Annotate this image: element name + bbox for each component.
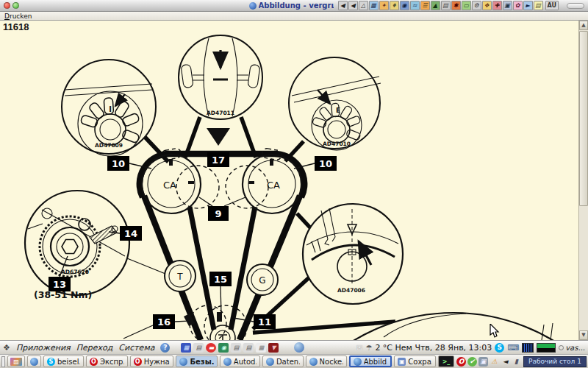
car-app-icon[interactable]: ►	[523, 1, 533, 10]
browser-icon	[30, 358, 38, 366]
mail-notification-icon[interactable]: ✉	[356, 344, 362, 352]
firefox-icon	[354, 358, 362, 366]
menu-drucken[interactable]: Drucken	[4, 13, 32, 20]
minimize-button[interactable]	[12, 2, 19, 9]
tensioner-label: T	[176, 272, 183, 282]
tree-app-icon[interactable]: ▲	[431, 1, 440, 10]
update-ready-icon[interactable]: ✔	[467, 357, 477, 367]
gnome-menu-icon[interactable]: ❖	[3, 343, 10, 353]
window-app-icon[interactable]: ▦	[369, 1, 379, 10]
task-beisel[interactable]: Sbeisel...	[43, 355, 84, 367]
skype-tray-icon[interactable]: S	[495, 343, 504, 353]
au-button[interactable]: AU	[545, 1, 559, 10]
panel-launchers: ▦▤▬◉▤▤▦▼	[181, 343, 279, 353]
menu-system[interactable]: Система	[116, 343, 157, 353]
svg-text:16: 16	[157, 316, 171, 328]
printer-launcher-icon[interactable]: ▤	[193, 343, 204, 353]
inset-id: AD47009	[95, 142, 123, 149]
water-app-icon[interactable]: ≈	[410, 1, 420, 10]
svg-text:11: 11	[258, 316, 271, 328]
flower-app-icon[interactable]: ✿	[513, 1, 523, 10]
task-bezy[interactable]: Безы...	[176, 355, 217, 367]
task-nocke[interactable]: Nocke...	[306, 355, 347, 367]
window-icon: ▣	[398, 358, 406, 366]
inset-tensioner: AD67620	[25, 191, 165, 295]
nav-first-icon[interactable]: ◀	[338, 1, 348, 10]
document-app-icon[interactable]: ▤	[441, 1, 451, 10]
inset-cam-left: I AD47009	[62, 60, 156, 156]
help-icon[interactable]: ?	[160, 343, 170, 353]
warning-icon[interactable]: △	[359, 1, 368, 10]
warning-tray-icon[interactable]: ⚠	[490, 357, 499, 367]
scroll-down-button[interactable]: ▼	[579, 330, 588, 340]
workspace-switcher[interactable]: Рабочий стол 1	[523, 356, 587, 367]
terminal-button[interactable]: >_	[438, 355, 454, 367]
svg-text:9: 9	[215, 208, 221, 219]
menu-applications[interactable]: Приложения	[14, 343, 73, 353]
printer2-launcher-icon[interactable]: ▤	[231, 343, 241, 353]
task-autod[interactable]: Autod...	[220, 355, 260, 367]
window-shade-button[interactable]	[567, 3, 584, 9]
gnome-panel: ❖ ПриложенияПереходСистема ? ▦▤▬◉▤▤▦▼ ✉ …	[0, 340, 588, 354]
inset-crank-mark: AD47006	[303, 204, 403, 304]
no-entry-icon[interactable]: ▬	[206, 343, 216, 353]
task-nuzhna[interactable]: OНужна...	[130, 355, 174, 367]
task-expr[interactable]: OЭкспр...	[86, 355, 128, 367]
fox-app-icon[interactable]: ❖	[482, 1, 492, 10]
vertical-scrollbar[interactable]: ▲ ▼	[578, 21, 588, 340]
show-desktop-button[interactable]	[1, 356, 5, 367]
opera-icon: O	[134, 358, 142, 366]
list-app-icon[interactable]: ☰	[420, 1, 430, 10]
globe-app-icon[interactable]: ◉	[400, 1, 409, 10]
tools-app-icon[interactable]: ✦	[379, 1, 389, 10]
intake-mark: I	[109, 105, 112, 113]
media-app-button[interactable]: ▨	[7, 355, 25, 367]
tensioner-pulley: T	[165, 261, 196, 291]
firefox-icon	[266, 358, 274, 366]
flame-app-icon[interactable]: ✱	[451, 1, 461, 10]
network-tray-icon[interactable]: ▣	[478, 357, 488, 367]
skype-icon: S	[47, 358, 55, 366]
volume-tray-icon[interactable]: ◄	[501, 357, 510, 367]
scroll-up-button[interactable]: ▲	[579, 21, 588, 30]
user-applet[interactable]: vas...	[559, 344, 585, 352]
screen-app-icon[interactable]: ▭	[462, 1, 471, 10]
calculator-launcher-icon[interactable]: ▦	[256, 343, 266, 353]
menu-places[interactable]: Переход	[74, 343, 115, 353]
close-button[interactable]	[4, 2, 10, 9]
task-abbild[interactable]: Abbild...	[349, 355, 392, 367]
inset-cam-center: AD47011	[179, 35, 262, 119]
vehicle-app-icon[interactable]: ♦	[390, 1, 399, 10]
printer3-launcher-icon[interactable]: ▤	[243, 343, 254, 353]
svg-text:17: 17	[212, 155, 225, 166]
exhaust-mark: E	[336, 107, 340, 114]
screenshot-launcher-icon[interactable]: ▦	[181, 343, 191, 353]
guide-label: G	[259, 275, 265, 286]
package-launcher-icon[interactable]: ▼	[268, 343, 279, 353]
network-monitor-applet[interactable]	[537, 343, 556, 353]
notes-app-icon[interactable]: ▤	[534, 1, 543, 10]
window-list-panel: ▨ Sbeisel... OЭкспр... OНужна... Безы...…	[0, 354, 588, 368]
document-area: CA CA I AD47009	[0, 21, 578, 340]
clock-applet[interactable]: 2 °С Нем Чтв, 28 Янв, 13:03	[375, 343, 492, 353]
opera-tray-icon[interactable]: O	[456, 357, 466, 367]
status-dot-icon	[559, 345, 564, 350]
toolbar-icons: ◀◀△▦✦♦◉≈☰▲▤✱▭⚙❖✚▣✿►▤	[338, 1, 543, 10]
inset-id: AD47006	[337, 287, 365, 294]
camera-launcher-icon[interactable]: ◉	[218, 343, 229, 353]
browser-app-button[interactable]	[27, 355, 41, 367]
scrollbar-thumb[interactable]	[579, 31, 588, 206]
gear-app-icon[interactable]: ⚙	[472, 1, 481, 10]
guide-pulley: G	[247, 264, 278, 295]
system-tray: O✔▣⚠◄▮	[456, 357, 521, 367]
task-sokhra[interactable]: ▣Сохра...	[394, 355, 436, 367]
task-daten[interactable]: Daten...	[262, 355, 304, 367]
globe-launcher-icon[interactable]	[294, 342, 304, 353]
target-app-icon[interactable]: ✚	[492, 1, 502, 10]
device-tray-icon[interactable]: ▮	[512, 357, 521, 367]
keyboard-layout-icon[interactable]: ⌨	[507, 343, 519, 353]
nav-back-icon[interactable]: ◀	[348, 1, 358, 10]
network-app-icon[interactable]: ▣	[503, 1, 512, 10]
system-monitor-applet[interactable]	[522, 343, 534, 353]
panel-menus: ПриложенияПереходСистема	[14, 343, 157, 353]
